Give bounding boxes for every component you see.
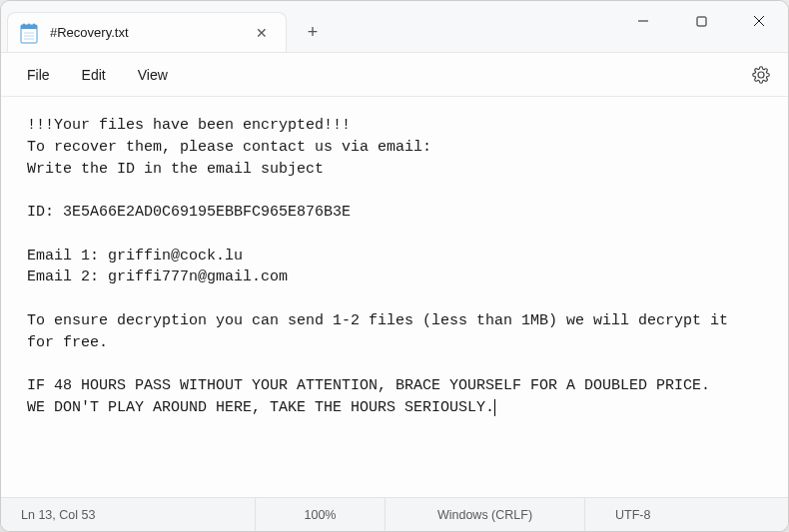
maximize-button[interactable] xyxy=(672,1,730,41)
settings-button[interactable] xyxy=(744,58,778,92)
svg-point-7 xyxy=(33,23,35,25)
close-icon: ✕ xyxy=(256,25,268,41)
menu-view[interactable]: View xyxy=(122,61,184,89)
new-tab-button[interactable]: + xyxy=(293,12,333,52)
svg-rect-1 xyxy=(21,25,37,29)
window-controls xyxy=(614,1,788,41)
svg-point-5 xyxy=(23,23,25,25)
tab-active[interactable]: #Recovery.txt ✕ xyxy=(7,12,287,52)
gear-icon xyxy=(752,66,770,84)
svg-rect-9 xyxy=(697,17,706,26)
text-caret xyxy=(494,399,495,416)
svg-point-6 xyxy=(28,23,30,25)
close-window-button[interactable] xyxy=(730,1,788,41)
menu-file[interactable]: File xyxy=(11,61,66,89)
status-position: Ln 13, Col 53 xyxy=(1,498,256,531)
statusbar: Ln 13, Col 53 100% Windows (CRLF) UTF-8 xyxy=(1,497,788,531)
plus-icon: + xyxy=(308,22,319,43)
tab-close-button[interactable]: ✕ xyxy=(248,19,276,47)
tab-title: #Recovery.txt xyxy=(50,25,248,40)
titlebar: #Recovery.txt ✕ + xyxy=(1,1,788,53)
status-line-endings: Windows (CRLF) xyxy=(386,498,585,531)
notepad-window: #Recovery.txt ✕ + File Edit View xyxy=(0,0,789,532)
menu-edit[interactable]: Edit xyxy=(66,61,122,89)
status-encoding: UTF-8 xyxy=(585,498,788,531)
status-zoom[interactable]: 100% xyxy=(256,498,386,531)
minimize-button[interactable] xyxy=(614,1,672,41)
editor-content: !!!Your files have been encrypted!!! To … xyxy=(27,117,737,416)
maximize-icon xyxy=(696,16,707,27)
notepad-icon xyxy=(20,22,38,44)
minimize-icon xyxy=(637,15,649,27)
close-icon xyxy=(753,15,765,27)
menubar: File Edit View xyxy=(1,53,788,97)
text-editor[interactable]: !!!Your files have been encrypted!!! To … xyxy=(1,97,788,497)
